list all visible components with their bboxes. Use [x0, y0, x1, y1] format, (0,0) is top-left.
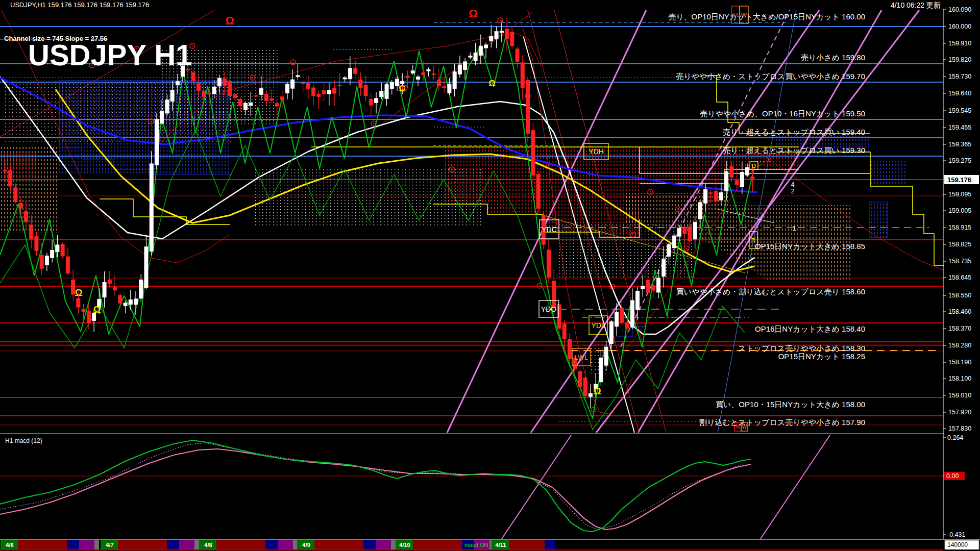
candle-body: [688, 227, 692, 241]
order-annotation: 売り小さめ 159.80: [801, 53, 865, 62]
candle-body: [495, 32, 498, 39]
order-annotation: OP16日NYカット大きめ 158.40: [755, 324, 865, 333]
candle-body: [380, 91, 383, 97]
order-annotation: 買い、OP10・15日NYカット大きめ 158.00: [716, 400, 865, 409]
candle-body: [306, 83, 310, 88]
cloud-region: [0, 153, 37, 179]
candle-body: [369, 99, 373, 105]
candle-body: [24, 211, 28, 221]
session-segment: [94, 540, 99, 549]
axis-tick-label: -0.431: [947, 531, 965, 538]
candle-body: [730, 167, 733, 178]
candle-body: [672, 236, 676, 248]
candle-body: [531, 131, 535, 176]
sell-signal-dot: [500, 20, 501, 21]
axis-tick-label: 158.915: [948, 224, 971, 231]
candle-body: [61, 244, 64, 256]
order-annotation: ストップロス売りやや小さめ 158.30: [738, 344, 865, 353]
axis-tick-label: 157.920: [948, 409, 971, 416]
omega-marker: Ω: [593, 386, 601, 396]
candle-body: [599, 358, 603, 382]
candle-body: [327, 90, 331, 94]
candle-body: [484, 45, 488, 48]
level-label-text: YDH: [589, 147, 604, 156]
candle-body: [118, 295, 122, 304]
session-segment: [18, 540, 67, 549]
candle-body: [693, 222, 697, 239]
candle-body: [296, 76, 300, 77]
candle-body: [359, 80, 362, 87]
sell-signal-dot: [404, 87, 405, 88]
order-annotation: OP15日NYカット 158.25: [778, 352, 865, 361]
date-label: 4/11: [496, 542, 506, 548]
candle-body: [390, 82, 394, 88]
sell-signal-dot: [151, 121, 152, 122]
candle-body: [500, 31, 503, 33]
candle-body: [197, 84, 200, 91]
candle-body: [589, 393, 592, 396]
trend-line[interactable]: [502, 435, 571, 539]
candle-body: [458, 65, 461, 74]
candle-body: [547, 250, 550, 278]
axis-tick-label: 159.095: [948, 191, 971, 198]
candle-body: [191, 72, 195, 80]
axis-tick-label: 159.005: [948, 207, 971, 214]
candle-body: [521, 63, 524, 88]
wave-count-label: 1: [793, 225, 796, 232]
time-axis-bar[interactable]: 4/64/74/84/94/104/11macd ON140000: [0, 539, 980, 550]
candle-body: [552, 281, 556, 308]
candle-body: [698, 203, 702, 219]
update-timestamp: 4/10 06:22 更新: [891, 1, 941, 9]
candle-body: [510, 32, 514, 46]
omega-marker: Ω: [469, 7, 478, 20]
candle-body: [338, 85, 341, 86]
price-axis[interactable]: 160.090160.000159.910159.820159.730159.6…: [943, 0, 980, 551]
candle-body: [134, 299, 138, 305]
date-label: 4/6: [6, 542, 13, 548]
level-label-text: D: [752, 163, 756, 169]
candle-body: [317, 94, 321, 96]
axis-tick-label: 159.275: [948, 157, 971, 164]
candle-body: [709, 193, 713, 194]
level-label-text: LWL: [575, 354, 588, 361]
candle-body: [625, 323, 629, 329]
candle-body: [40, 255, 43, 268]
candle-body: [505, 29, 509, 39]
cloud-region: [870, 161, 906, 186]
axis-tick-label: 159.640: [948, 90, 971, 97]
omega-marker: Ω: [75, 287, 82, 298]
sell-signal-dot: [650, 191, 651, 192]
axis-tick-label: 158.645: [948, 274, 971, 281]
macd-panel-label: H1 macd (12): [5, 437, 42, 444]
axis-tick-label: 159.730: [948, 73, 971, 80]
candle-body: [254, 95, 258, 96]
candle-body: [746, 167, 749, 175]
candle-body: [735, 181, 739, 185]
candle-body: [275, 104, 279, 106]
candle-body: [170, 90, 174, 102]
trend-line[interactable]: [761, 435, 830, 539]
candle-body: [651, 286, 655, 290]
order-annotation: 売り、OP10日NYカット大きめ/OP15日NYカット 160.00: [668, 12, 865, 21]
sell-signal-dot: [632, 234, 633, 235]
candle-body: [155, 119, 158, 165]
axis-tick-label: 158.100: [948, 375, 971, 382]
candle-body: [469, 56, 472, 57]
omega-marker: Ω: [225, 14, 234, 27]
session-segment: [194, 540, 199, 549]
candle-body: [636, 291, 640, 310]
candle-body: [212, 87, 216, 93]
candle-body: [432, 74, 435, 75]
order-annotation: 売り・超えるとストップロス買い 159.30: [723, 146, 865, 155]
order-annotation: 買いやや小さめ・割り込むとストップロス売り 158.60: [676, 287, 865, 296]
date-label: 4/9: [302, 542, 310, 548]
candle-body: [740, 172, 744, 187]
candle-body: [557, 305, 561, 329]
chart-canvas[interactable]: ΩΩΩΩΩΩΩ YDHYDCYDOYDLLWLDDMWMW 421売り、OP10…: [0, 0, 980, 551]
candle-body: [56, 245, 59, 252]
candle-body: [489, 37, 493, 41]
session-segment: [79, 540, 94, 549]
candle-body: [312, 88, 315, 95]
level-label-text: YDC: [542, 226, 557, 234]
chart-title: USDJPY,H1 159.176 159.176 159.176 159.17…: [10, 1, 149, 9]
